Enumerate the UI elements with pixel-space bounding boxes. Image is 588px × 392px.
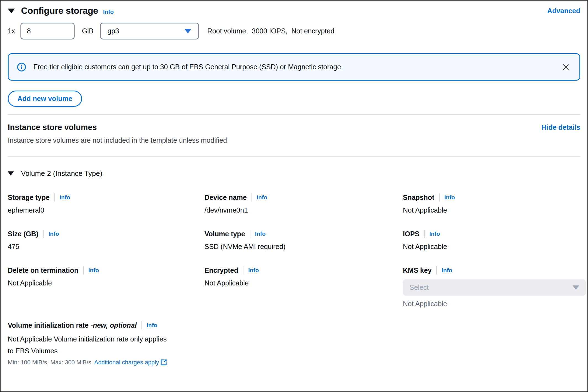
field-label: Snapshot: [403, 194, 434, 202]
field-label: Size (GB): [8, 230, 38, 238]
page-title: Configure storage: [21, 6, 98, 16]
external-link-icon: [161, 359, 167, 365]
kms-key-select[interactable]: Select: [403, 279, 586, 296]
field-delete-on-termination: Delete on termination Info Not Applicabl…: [8, 266, 204, 308]
field-value: ephemeral0: [8, 206, 204, 214]
field-value: SSD (NVMe AMI required): [204, 243, 403, 251]
field-snapshot: Snapshot Info Not Applicable: [403, 193, 586, 214]
volume-multiplier-label: 1x: [8, 27, 15, 35]
instance-store-description: Instance store volumes are not included …: [8, 136, 580, 144]
info-link[interactable]: Info: [48, 231, 59, 237]
field-value: Not Applicable: [8, 279, 204, 287]
field-value: 475: [8, 243, 204, 251]
field-volume-type: Volume type Info SSD (NVMe AMI required): [204, 230, 403, 251]
advanced-link[interactable]: Advanced: [547, 7, 580, 15]
additional-charges-link[interactable]: Additional charges apply: [94, 359, 167, 366]
label-separator: [141, 321, 142, 329]
chevron-down-icon: [184, 29, 191, 33]
info-link[interactable]: Info: [248, 267, 259, 274]
volume2-field-grid: Storage type Info ephemeral0 Device name…: [8, 193, 580, 308]
info-link[interactable]: Info: [442, 267, 452, 274]
init-rate-value: Not Applicable Volume initialization rat…: [8, 333, 174, 357]
info-link[interactable]: Info: [255, 231, 266, 237]
additional-charges-link-label: Additional charges apply: [94, 359, 159, 366]
root-volume-summary: Root volume, 3000 IOPS, Not encrypted: [207, 27, 334, 35]
kms-key-select-placeholder: Select: [410, 284, 429, 292]
add-new-volume-button[interactable]: Add new volume: [8, 91, 82, 107]
field-label: IOPS: [403, 230, 419, 238]
field-size-gb: Size (GB) Info 475: [8, 230, 204, 251]
init-rate-label-optional: new, optional: [93, 321, 137, 329]
info-link[interactable]: Info: [147, 322, 157, 329]
banner-close-button[interactable]: [561, 62, 571, 72]
volume-type-select[interactable]: gp3: [100, 23, 199, 39]
label-separator: [251, 193, 252, 202]
field-iops: IOPS Info Not Applicable: [403, 230, 586, 251]
field-label: Device name: [204, 194, 247, 202]
field-encrypted: Encrypted Info Not Applicable: [204, 266, 403, 308]
chevron-down-icon: [573, 285, 579, 290]
free-tier-banner: Free tier eligible customers can get up …: [8, 53, 580, 81]
volume-unit-label: GiB: [82, 27, 93, 35]
info-link[interactable]: Info: [88, 267, 99, 274]
init-rate-constraint: Min: 100 MiB/s, Max: 300 MiB/s. Addition…: [8, 358, 174, 367]
info-link[interactable]: Info: [59, 194, 70, 201]
close-icon: [562, 63, 570, 71]
field-label: KMS key: [403, 266, 432, 274]
field-value: /dev/nvme0n1: [204, 206, 403, 214]
volume2-title: Volume 2 (Instance Type): [21, 169, 102, 178]
info-circle-icon: [17, 62, 26, 72]
volume-initialization-rate-block: Volume initialization rate - new, option…: [8, 321, 174, 367]
hide-details-link[interactable]: Hide details: [542, 123, 580, 131]
collapse-caret-icon[interactable]: [8, 9, 15, 13]
field-storage-type: Storage type Info ephemeral0: [8, 193, 204, 214]
field-kms-key: KMS key Info Select Not Applicable: [403, 266, 586, 308]
volume2-expander[interactable]: Volume 2 (Instance Type): [8, 169, 580, 178]
section-header: Configure storage Info Advanced: [8, 6, 580, 16]
field-value: Not Applicable: [403, 243, 586, 251]
divider: [8, 114, 580, 115]
label-separator: [54, 193, 55, 202]
field-value: Not Applicable: [204, 279, 403, 287]
info-link[interactable]: Info: [257, 194, 267, 201]
divider: [8, 156, 580, 157]
info-link[interactable]: Info: [444, 194, 455, 201]
kms-key-note: Not Applicable: [403, 300, 586, 308]
field-label: Encrypted: [204, 266, 238, 274]
field-label: Delete on termination: [8, 266, 78, 274]
field-label: Storage type: [8, 194, 49, 202]
instance-store-header: Instance store volumes Hide details: [8, 123, 580, 132]
label-separator: [436, 266, 437, 274]
label-separator: [43, 230, 44, 238]
collapse-caret-icon: [8, 171, 14, 176]
field-device-name: Device name Info /dev/nvme0n1: [204, 193, 403, 214]
banner-text: Free tier eligible customers can get up …: [33, 63, 561, 71]
volume-type-value: gp3: [107, 27, 119, 35]
label-separator: [243, 266, 243, 274]
init-rate-minmax: Min: 100 MiB/s, Max: 300 MiB/s.: [8, 359, 94, 366]
label-separator: [250, 230, 250, 238]
configure-storage-panel: Configure storage Info Advanced 1x GiB g…: [0, 0, 588, 392]
label-separator: [424, 230, 425, 238]
field-value: Not Applicable: [403, 206, 586, 214]
root-volume-row: 1x GiB gp3 Root volume, 3000 IOPS, Not e…: [8, 23, 580, 39]
instance-store-title: Instance store volumes: [8, 123, 97, 132]
volume-size-input[interactable]: [20, 23, 75, 39]
info-link[interactable]: Info: [429, 231, 440, 237]
label-separator: [83, 266, 84, 274]
label-separator: [439, 193, 440, 202]
init-rate-label: Volume initialization rate -: [8, 321, 93, 329]
field-label: Volume type: [204, 230, 245, 238]
configure-storage-info-link[interactable]: Info: [103, 9, 114, 15]
